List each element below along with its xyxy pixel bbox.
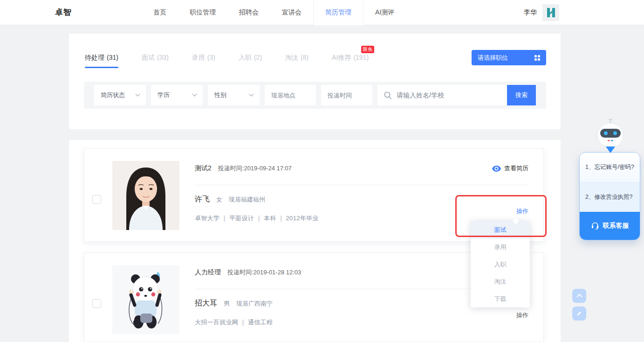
applied-job-title: 测试2 (195, 164, 212, 173)
menu-item-eliminate[interactable]: 淘汰 (471, 273, 530, 290)
eye-icon (492, 166, 501, 172)
nav-item-home[interactable]: 首页 (142, 0, 178, 25)
faq-item-forgot-password[interactable]: 1、忘记账号/密码? (580, 153, 640, 182)
filter-gender-select[interactable]: 性别 (208, 85, 260, 105)
menu-item-interview[interactable]: 面试 (471, 221, 530, 238)
filter-bar: 简历状态 学历 性别 搜索 (84, 82, 546, 109)
nav-item-campus-talk[interactable]: 宣讲会 (270, 0, 313, 25)
user-name[interactable]: 李华 (524, 8, 537, 17)
nav-right: 李华 (524, 0, 559, 25)
search-input[interactable] (392, 85, 507, 105)
applied-job-title: 人力经理 (195, 268, 221, 277)
grid-icon (534, 55, 540, 61)
search-icon (384, 91, 392, 99)
view-resume-link[interactable]: 查看简历 (492, 164, 528, 173)
faq-item-business-license[interactable]: 2、修改营业执照? (580, 182, 640, 212)
action-link[interactable]: 操作 (516, 207, 528, 216)
top-nav: 卓智 首页 职位管理 招聘会 宣讲会 简历管理 AI测评 李华 (0, 0, 644, 25)
nav-item-jobs[interactable]: 职位管理 (178, 0, 227, 25)
search-group: 搜索 (377, 85, 536, 105)
tab-interview[interactable]: 面试(33) (142, 54, 169, 68)
candidate-location: 现居福建福州 (229, 195, 265, 204)
pencil-icon (576, 311, 582, 316)
chevron-down-icon (192, 91, 197, 96)
candidate-photo (112, 265, 179, 334)
tab-ai-recommend[interactable]: AI推荐(191) 限免 (332, 54, 369, 68)
candidate-education: 卓智大学 ｜ 平面设计 ｜ 本科 ｜ 2012年毕业 (195, 214, 319, 223)
search-button[interactable]: 搜索 (507, 85, 536, 105)
menu-item-hire[interactable]: 录用 (471, 238, 530, 256)
select-checkbox[interactable] (92, 299, 101, 308)
job-select-button[interactable]: 请选择职位 (472, 50, 546, 65)
apply-time: 投递时间:2019-01-28 12:03 (227, 268, 301, 277)
tab-eliminated[interactable]: 淘汰(8) (285, 54, 308, 68)
menu-item-download[interactable]: 下载 (471, 290, 530, 307)
resume-toolbar-panel: 待处理(31) 面试(33) 录用(3) 入职(2) 淘汰(8) AI推荐(19… (69, 34, 561, 129)
chevron-down-icon (136, 91, 140, 96)
candidate-name: 招大耳 (195, 299, 217, 308)
action-dropdown-menu: 面试 录用 入职 淘汰 下载 (471, 221, 530, 307)
customer-service-widget: 1、忘记账号/密码? 2、修改营业执照? 联系客服 (579, 152, 640, 240)
action-link[interactable]: 操作 (516, 311, 528, 320)
apply-time: 投递时间:2019-09-24 17:07 (218, 164, 292, 173)
select-checkbox[interactable] (92, 195, 101, 204)
free-trial-badge: 限免 (361, 46, 374, 53)
status-tabs: 待处理(31) 面试(33) 录用(3) 入职(2) 淘汰(8) AI推荐(19… (85, 54, 369, 68)
filter-apply-time-input[interactable] (321, 85, 372, 105)
tab-pending[interactable]: 待处理(31) (85, 54, 118, 68)
nav-item-ai-assessment[interactable]: AI测评 (363, 0, 406, 25)
nav-item-resume-management[interactable]: 简历管理 (313, 0, 363, 25)
panda-avatar-image (112, 265, 179, 334)
filter-resume-status-select[interactable]: 简历状态 (94, 85, 146, 105)
filter-location-input[interactable] (265, 85, 316, 105)
nav-menu: 首页 职位管理 招聘会 宣讲会 简历管理 AI测评 (142, 0, 406, 25)
brand-logo[interactable]: 卓智 (55, 7, 72, 18)
menu-item-onboard[interactable]: 入职 (471, 256, 530, 273)
company-logo-icon[interactable] (542, 4, 559, 21)
candidate-photo (112, 161, 179, 230)
back-to-top-button[interactable] (572, 289, 586, 303)
headset-icon (591, 222, 599, 230)
candidate-gender: 女 (216, 195, 222, 204)
filter-education-select[interactable]: 学历 (151, 85, 203, 105)
woman-portrait-image (112, 161, 179, 230)
tab-hired[interactable]: 录用(3) (192, 54, 215, 68)
nav-item-jobfair[interactable]: 招聘会 (227, 0, 270, 25)
teal-h-glyph (545, 7, 556, 18)
service-robot-mascot (591, 118, 630, 155)
divider (195, 185, 528, 185)
candidate-education: 大招一百就业网 ｜ 通信工程 (195, 318, 273, 327)
candidate-gender: 男 (224, 300, 230, 308)
tab-onboarded[interactable]: 入职(2) (239, 54, 262, 68)
candidate-location: 现居广西南宁 (236, 300, 273, 308)
candidate-name: 许飞 (195, 195, 210, 204)
chevron-up-icon (576, 293, 582, 300)
contact-support-button[interactable]: 联系客服 (580, 212, 640, 240)
chevron-down-icon (249, 91, 254, 96)
feedback-button[interactable] (572, 307, 586, 321)
